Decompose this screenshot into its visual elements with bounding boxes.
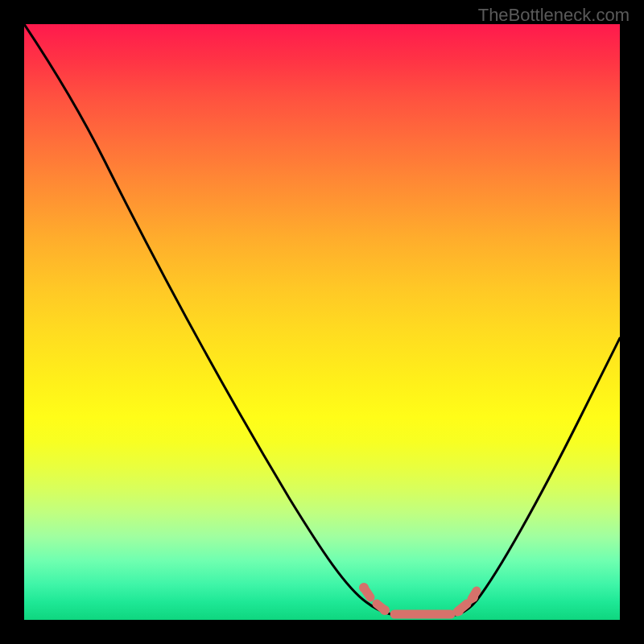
plot-area xyxy=(24,24,620,620)
svg-point-2 xyxy=(454,606,464,616)
watermark-text: TheBottleneck.com xyxy=(478,5,630,26)
svg-point-1 xyxy=(380,605,390,615)
bottleneck-curve xyxy=(24,24,620,616)
chart-svg xyxy=(24,24,620,620)
svg-point-3 xyxy=(469,592,478,602)
svg-point-0 xyxy=(359,583,369,592)
